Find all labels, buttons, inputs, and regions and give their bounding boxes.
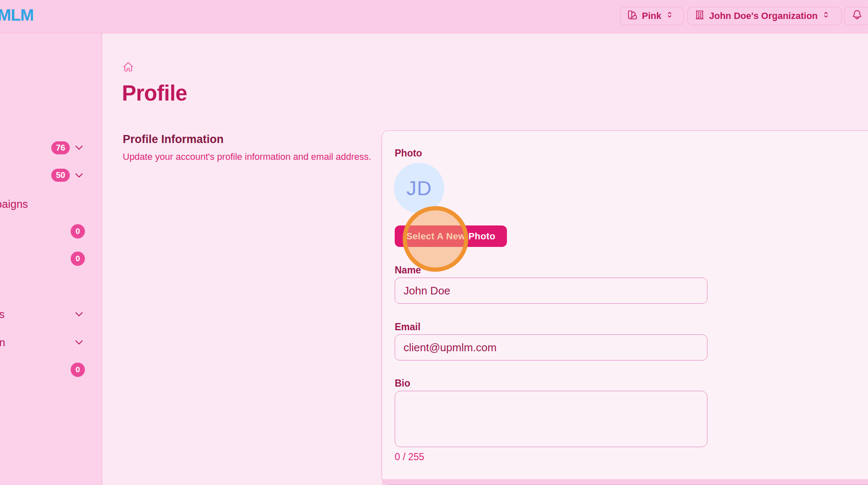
count-badge: 76 bbox=[51, 141, 70, 154]
name-input[interactable] bbox=[395, 278, 707, 304]
swatch-icon bbox=[627, 10, 638, 23]
page-title: Profile bbox=[122, 81, 187, 106]
home-icon bbox=[123, 66, 134, 74]
chevron-down-icon[interactable] bbox=[74, 309, 84, 321]
count-badge: 0 bbox=[71, 252, 85, 266]
profile-form-card: Photo JD Select A New Photo Name Email B… bbox=[382, 130, 868, 485]
count-badge: 0 bbox=[71, 363, 85, 377]
app-logo: MLM bbox=[0, 6, 34, 24]
photo-label: Photo bbox=[395, 148, 422, 159]
chevron-down-icon[interactable] bbox=[74, 170, 84, 182]
name-label: Name bbox=[395, 265, 421, 276]
card-footer bbox=[382, 479, 868, 485]
organization-selector-button[interactable]: John Doe's Organization bbox=[687, 7, 842, 25]
avatar: JD bbox=[394, 163, 444, 213]
bio-char-counter: 0 / 255 bbox=[395, 451, 424, 463]
breadcrumb-home[interactable] bbox=[123, 61, 134, 72]
section-title: Profile Information bbox=[123, 133, 224, 146]
chevron-up-down-icon bbox=[822, 11, 830, 21]
bell-icon bbox=[852, 9, 863, 23]
notifications-button[interactable] bbox=[844, 7, 868, 25]
app-window: MLM Pink John Doe's Organization bbox=[0, 0, 868, 485]
bio-textarea[interactable] bbox=[395, 391, 707, 447]
bio-label: Bio bbox=[395, 378, 410, 389]
email-label: Email bbox=[395, 321, 420, 333]
sidebar-nav: 76 50 paigns 0 0 s n 0 bbox=[0, 33, 102, 485]
sidebar-item-campaigns[interactable]: paigns bbox=[0, 197, 28, 211]
count-badge: 50 bbox=[51, 169, 70, 182]
theme-selector-button[interactable]: Pink bbox=[620, 7, 684, 25]
chevron-up-down-icon bbox=[665, 11, 674, 21]
section-description: Update your account's profile informatio… bbox=[123, 151, 371, 162]
organization-selector-label: John Doe's Organization bbox=[709, 11, 818, 21]
select-new-photo-button[interactable]: Select A New Photo bbox=[395, 225, 507, 247]
sidebar-item-label: s bbox=[0, 307, 5, 321]
chevron-down-icon[interactable] bbox=[74, 337, 84, 349]
chevron-down-icon[interactable] bbox=[74, 143, 84, 154]
theme-selector-label: Pink bbox=[642, 11, 661, 21]
top-header: MLM Pink John Doe's Organization bbox=[0, 0, 868, 33]
email-input[interactable] bbox=[395, 334, 707, 360]
building-icon bbox=[694, 10, 705, 23]
sidebar-item-label: n bbox=[0, 336, 5, 349]
count-badge: 0 bbox=[71, 224, 85, 239]
